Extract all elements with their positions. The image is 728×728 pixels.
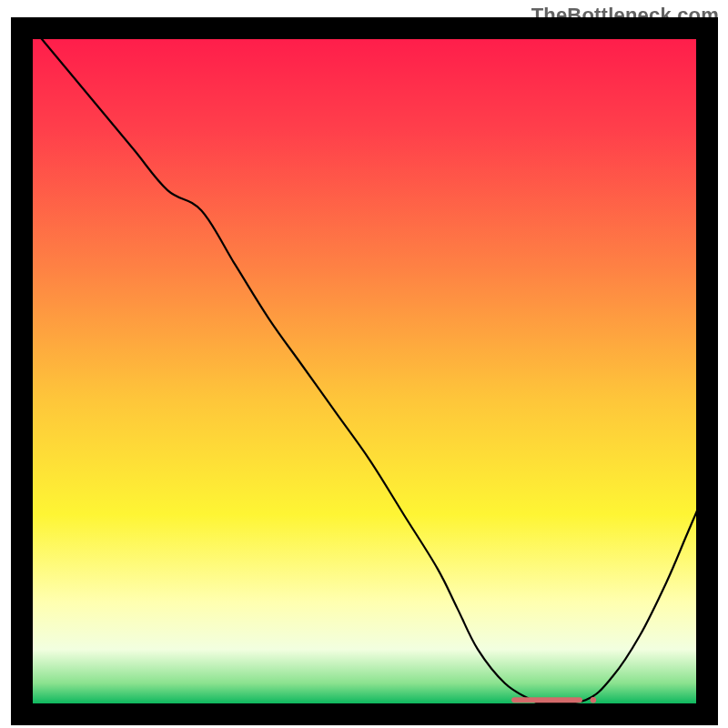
- optimal-zone-marker: [511, 697, 582, 703]
- chart-container: TheBottleneck.com: [0, 0, 728, 728]
- bottleneck-chart: [0, 0, 728, 728]
- optimal-zone-marker-dot: [591, 697, 596, 703]
- plot-background: [33, 28, 707, 703]
